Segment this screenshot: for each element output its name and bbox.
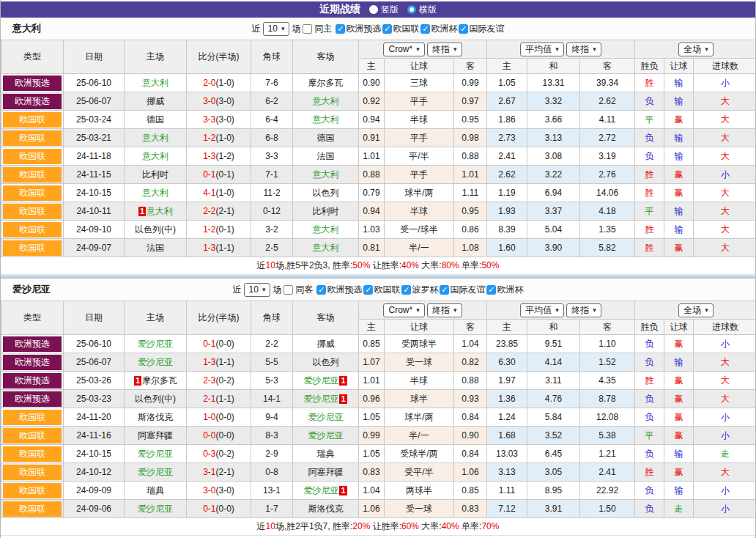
col-avg-home: 主 bbox=[487, 320, 527, 335]
away-team-cell: 法国 bbox=[293, 147, 359, 166]
league-filter[interactable]: ✓欧洲杯 bbox=[420, 23, 457, 35]
league-type-badge: 欧洲预选 bbox=[3, 75, 62, 91]
avg-away-cell: 1.50 bbox=[580, 500, 635, 518]
col-score: 比分(半场) bbox=[187, 301, 251, 335]
col-result-handicap: 让球 bbox=[664, 59, 694, 74]
avg-home-cell: 1.36 bbox=[487, 390, 527, 408]
scope-select[interactable]: 全场▾ bbox=[678, 43, 714, 56]
bookmaker-select[interactable]: Crow*▾ bbox=[383, 43, 424, 56]
average-select[interactable]: 平均值▾ bbox=[520, 303, 564, 317]
away-team-name: 瑞典 bbox=[317, 449, 335, 459]
horizontal-layout-radio[interactable]: 横版 bbox=[407, 4, 437, 16]
checkbox-checked-icon[interactable]: ✓ bbox=[420, 24, 430, 34]
odds-stage-select[interactable]: 终指▾ bbox=[427, 303, 462, 317]
odds-home-cell: 0.94 bbox=[359, 111, 385, 129]
halftime-score: (0-0) bbox=[216, 412, 234, 422]
league-type-cell: 欧洲预选 bbox=[1, 74, 64, 92]
away-team-name: 爱沙尼亚 bbox=[303, 485, 338, 495]
checkbox-checked-icon[interactable]: ✓ bbox=[382, 24, 392, 34]
odds-home-cell: 1.05 bbox=[359, 445, 385, 463]
avg-draw-cell: 3.90 bbox=[527, 239, 580, 257]
checkbox-checked-icon[interactable]: ✓ bbox=[401, 285, 411, 295]
score-cell: 3-1(2-1) bbox=[187, 463, 251, 482]
same-venue-checkbox[interactable] bbox=[303, 24, 312, 34]
avg-home-cell: 3.13 bbox=[487, 463, 527, 482]
col-result-goals: 进球数 bbox=[694, 59, 756, 74]
odds-away-cell: 0.88 bbox=[454, 372, 487, 390]
checkbox-checked-icon[interactable]: ✓ bbox=[363, 285, 373, 295]
league-filter[interactable]: ✓欧国联 bbox=[382, 23, 419, 35]
halftime-score: (1-2) bbox=[216, 151, 234, 161]
home-team-cell: 德国 bbox=[125, 111, 187, 129]
league-filter[interactable]: ✓波罗杯 bbox=[401, 284, 438, 296]
odds-home-cell: 1.06 bbox=[359, 500, 385, 518]
league-filter[interactable]: ✓欧洲预选 bbox=[316, 284, 362, 296]
table-body: 欧洲预选 25-06-10 爱沙尼亚 0-1(0-0) 2-2 挪威 0.85 … bbox=[1, 335, 756, 518]
radio-selected-icon[interactable] bbox=[407, 5, 416, 14]
average-select[interactable]: 平均值▾ bbox=[520, 43, 564, 56]
home-team-name: 意大利 bbox=[142, 133, 168, 143]
match-date: 24-09-10 bbox=[64, 221, 125, 239]
away-team-cell: 意大利 bbox=[293, 221, 359, 239]
score-cell: 0-1(0-0) bbox=[187, 500, 251, 518]
scope-select[interactable]: 全场▾ bbox=[678, 303, 714, 317]
checkbox-checked-icon[interactable]: ✓ bbox=[316, 285, 326, 295]
col-odds-home: 主 bbox=[359, 320, 385, 335]
rounds-select[interactable]: 10▾ bbox=[263, 22, 290, 36]
league-filter[interactable]: ✓国际友谊 bbox=[459, 23, 504, 35]
chevron-down-icon: ▾ bbox=[416, 44, 420, 55]
avg-home-cell: 2.73 bbox=[487, 129, 527, 147]
fulltime-score: 2-0 bbox=[203, 78, 215, 88]
league-type-badge: 欧国联 bbox=[3, 428, 62, 443]
league-type-cell: 欧洲预选 bbox=[1, 390, 64, 408]
match-row: 欧国联 24-09-06 爱沙尼亚 0-1(0-0) 1-7 斯洛伐克 1.06… bbox=[1, 500, 756, 518]
home-team-name: 斯洛伐克 bbox=[138, 412, 173, 422]
league-type-badge: 欧国联 bbox=[3, 204, 62, 219]
halftime-score: (0-0) bbox=[216, 504, 234, 514]
home-team-cell: 爱沙尼亚 bbox=[125, 500, 187, 518]
average-stage-select[interactable]: 终指▾ bbox=[566, 43, 601, 56]
league-filter[interactable]: ✓欧洲杯 bbox=[486, 284, 523, 296]
result-wdl-cell: 胜 bbox=[635, 463, 664, 482]
rounds-select[interactable]: 10▾ bbox=[244, 283, 271, 297]
odds-away-cell: 0.98 bbox=[454, 129, 487, 147]
avg-draw-cell: 5.84 bbox=[527, 408, 580, 427]
fulltime-score: 0-3 bbox=[203, 449, 215, 459]
same-venue-label: 同主 bbox=[314, 23, 332, 35]
score-cell: 1-3(1-2) bbox=[187, 147, 251, 166]
bookmaker-select[interactable]: Crow*▾ bbox=[383, 303, 424, 317]
checkbox-checked-icon[interactable]: ✓ bbox=[486, 285, 496, 295]
result-handicap-cell: 输 bbox=[664, 147, 694, 166]
fulltime-score: 1-0 bbox=[203, 412, 215, 422]
average-stage-select[interactable]: 终指▾ bbox=[566, 303, 601, 317]
checkbox-checked-icon[interactable]: ✓ bbox=[459, 24, 468, 34]
col-score: 比分(半场) bbox=[187, 40, 251, 74]
result-handicap-cell: 输 bbox=[664, 221, 694, 239]
checkbox-checked-icon[interactable]: ✓ bbox=[336, 24, 345, 34]
table-header: 类型 日期 主场 比分(半场) 角球 客场 Crow*▾ 终指▾ 平均值▾ 终指… bbox=[1, 301, 756, 335]
checkbox-checked-icon[interactable]: ✓ bbox=[440, 285, 449, 295]
result-handicap-cell: 赢 bbox=[664, 239, 694, 257]
radio-icon[interactable] bbox=[369, 5, 378, 14]
odds-away-cell: 0.86 bbox=[454, 221, 487, 239]
fulltime-score: 1-3 bbox=[203, 357, 215, 367]
result-goals-cell: 大 bbox=[694, 390, 756, 408]
league-filter[interactable]: ✓欧洲预选 bbox=[336, 23, 381, 35]
away-team-name: 挪威 bbox=[317, 339, 335, 349]
result-handicap-cell: 赢 bbox=[664, 335, 694, 353]
same-venue-checkbox[interactable] bbox=[284, 285, 293, 295]
home-team-name: 瑞典 bbox=[147, 485, 164, 495]
result-handicap-cell: 赢 bbox=[664, 390, 694, 408]
avg-home-cell: 1.19 bbox=[487, 184, 527, 202]
fulltime-score: 1-2 bbox=[203, 224, 215, 235]
col-result-goals: 进球数 bbox=[694, 320, 756, 335]
avg-home-cell: 1.05 bbox=[487, 74, 527, 92]
table-body: 欧洲预选 25-06-10 意大利 2-0(1-0) 7-6 摩尔多瓦 0.90… bbox=[1, 74, 756, 257]
corners-cell: 5-3 bbox=[251, 372, 293, 390]
league-filter[interactable]: ✓欧国联 bbox=[363, 284, 400, 296]
league-filter[interactable]: ✓国际友谊 bbox=[440, 284, 485, 296]
col-away: 客场 bbox=[293, 301, 359, 335]
vertical-layout-radio[interactable]: 竖版 bbox=[369, 4, 399, 16]
odds-stage-select[interactable]: 终指▾ bbox=[427, 43, 462, 56]
team-name: 爱沙尼亚 bbox=[1, 283, 233, 296]
